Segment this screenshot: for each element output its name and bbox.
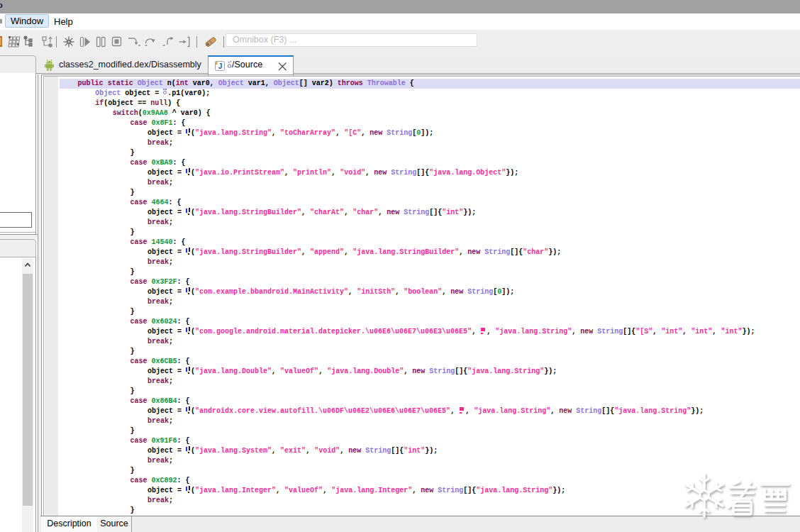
svg-text:J: J (218, 62, 223, 70)
